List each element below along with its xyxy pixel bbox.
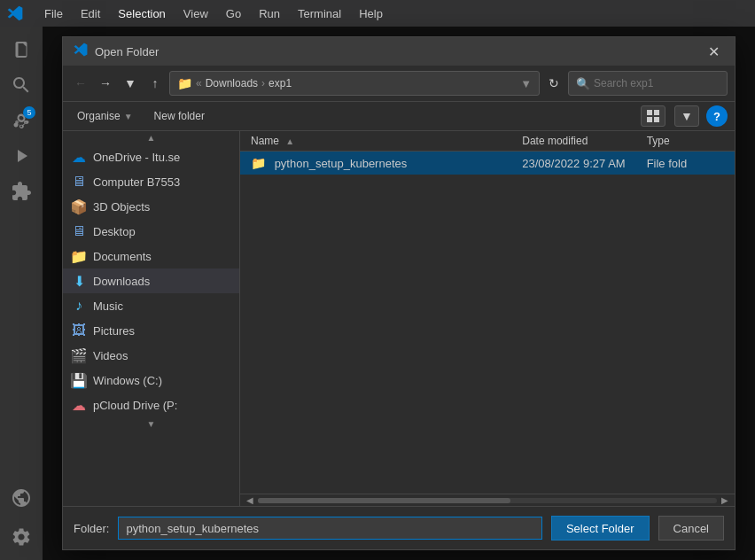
organise-label: Organise xyxy=(77,110,121,122)
dialog-overlay: Open Folder ✕ ← → ▼ ↑ 📁 « Downloads › ex… xyxy=(43,27,755,560)
menu-bar: File Edit Selection View Go Run Terminal… xyxy=(37,5,390,22)
file-list-container: Name ▲ Date modified Type xyxy=(240,131,735,494)
sidebar-label-onedrive: OneDrive - Itu.se xyxy=(93,151,180,164)
nav-forward-button[interactable]: → xyxy=(95,73,116,94)
downloads-icon: ⬇ xyxy=(70,273,88,290)
select-folder-button[interactable]: Select Folder xyxy=(551,516,650,541)
menu-edit[interactable]: Edit xyxy=(74,5,107,22)
nav-dropdown-button[interactable]: ▼ xyxy=(120,73,141,94)
svg-rect-0 xyxy=(647,110,652,115)
sidebar-label-computer: Computer B7553 xyxy=(93,175,180,189)
sidebar-item-downloads[interactable]: ⬇ Downloads xyxy=(63,268,239,293)
sidebar-label-pictures: Pictures xyxy=(93,324,135,338)
file-browser: ▲ ☁ OneDrive - Itu.se 🖥 Computer B7553 📦… xyxy=(63,131,735,506)
sidebar-item-3d-objects[interactable]: 📦 3D Objects xyxy=(63,194,239,219)
source-control-badge: 5 xyxy=(23,106,35,119)
col-header-type[interactable]: Type xyxy=(636,131,735,152)
sidebar-label-windows-c: Windows (C:) xyxy=(93,374,162,387)
breadcrumb-exp1: exp1 xyxy=(269,77,292,89)
sidebar-item-desktop[interactable]: 🖥 Desktop xyxy=(63,219,239,244)
file-name: python_setup_kubernetes xyxy=(275,157,408,170)
sidebar-item-pcloud[interactable]: ☁ pCloud Drive (P: xyxy=(63,393,239,417)
file-table: Name ▲ Date modified Type xyxy=(240,131,735,175)
sidebar-item-music[interactable]: ♪ Music xyxy=(63,293,239,318)
organise-button[interactable]: Organise ▼ xyxy=(70,107,140,125)
search-input[interactable] xyxy=(594,77,718,89)
view-toggle-button[interactable] xyxy=(641,105,665,127)
search-icon: 🔍 xyxy=(576,77,590,90)
dialog-vscode-icon xyxy=(74,43,88,60)
nav-refresh-button[interactable]: ↻ xyxy=(543,73,564,94)
folder-input[interactable] xyxy=(118,517,541,540)
navigation-bar: ← → ▼ ↑ 📁 « Downloads › exp1 ▼ ↻ 🔍 xyxy=(63,66,735,102)
sidebar-item-windows-c[interactable]: 💾 Windows (C:) xyxy=(63,368,239,393)
menu-selection[interactable]: Selection xyxy=(111,5,172,22)
sidebar-scroll-down[interactable]: ▼ xyxy=(63,417,239,431)
activity-search[interactable] xyxy=(5,69,37,101)
pictures-icon: 🖼 xyxy=(70,323,88,338)
sidebar-item-computer[interactable]: 🖥 Computer B7553 xyxy=(63,169,239,194)
activity-bar: 5 xyxy=(0,27,43,560)
view-dropdown-button[interactable]: ▼ xyxy=(674,105,699,127)
sidebar-label-downloads: Downloads xyxy=(93,275,150,288)
breadcrumb-bar[interactable]: 📁 « Downloads › exp1 ▼ xyxy=(169,71,540,96)
nav-up-button[interactable]: ↑ xyxy=(144,73,166,94)
activity-settings[interactable] xyxy=(5,521,37,553)
3d-objects-icon: 📦 xyxy=(70,198,88,215)
sidebar-item-pictures[interactable]: 🖼 Pictures xyxy=(63,318,239,343)
activity-source-control[interactable]: 5 xyxy=(5,105,37,136)
activity-run[interactable] xyxy=(5,140,37,172)
menu-view[interactable]: View xyxy=(176,5,215,22)
activity-explorer[interactable] xyxy=(5,34,37,66)
menu-file[interactable]: File xyxy=(37,5,70,22)
sidebar-label-videos: Videos xyxy=(93,349,128,362)
hscroll-track[interactable] xyxy=(258,498,717,503)
vscode-logo-icon xyxy=(7,5,23,21)
col-header-name[interactable]: Name ▲ xyxy=(240,131,511,152)
documents-icon: 📁 xyxy=(70,248,88,265)
menu-help[interactable]: Help xyxy=(352,5,390,22)
dialog-title-left: Open Folder xyxy=(74,43,159,60)
sidebar-item-videos[interactable]: 🎬 Videos xyxy=(63,343,239,368)
hscroll-thumb xyxy=(258,498,510,503)
breadcrumb-separator-1: « xyxy=(196,77,202,89)
cancel-button[interactable]: Cancel xyxy=(658,516,724,541)
activity-extensions[interactable] xyxy=(5,175,37,207)
music-icon: ♪ xyxy=(70,298,88,314)
breadcrumb-expand-icon[interactable]: ▼ xyxy=(520,77,532,90)
sidebar-item-documents[interactable]: 📁 Documents xyxy=(63,244,239,268)
folder-label: Folder: xyxy=(74,522,109,535)
menu-run[interactable]: Run xyxy=(252,5,287,22)
dialog-footer: Folder: Select Folder Cancel xyxy=(63,506,735,549)
help-button[interactable]: ? xyxy=(706,105,728,127)
open-folder-dialog: Open Folder ✕ ← → ▼ ↑ 📁 « Downloads › ex… xyxy=(62,36,736,550)
hscroll-right-button[interactable]: ▶ xyxy=(719,495,731,506)
nav-back-button[interactable]: ← xyxy=(70,73,91,94)
menu-terminal[interactable]: Terminal xyxy=(291,5,348,22)
sidebar-label-desktop: Desktop xyxy=(93,225,136,238)
hscroll-left-button[interactable]: ◀ xyxy=(244,495,256,506)
activity-remote[interactable] xyxy=(5,482,37,514)
breadcrumb-downloads: Downloads xyxy=(206,77,258,89)
sidebar-label-documents: Documents xyxy=(93,250,152,263)
col-header-date[interactable]: Date modified xyxy=(511,131,635,152)
dialog-titlebar: Open Folder ✕ xyxy=(63,37,735,66)
computer-icon: 🖥 xyxy=(70,174,88,190)
titlebar: File Edit Selection View Go Run Terminal… xyxy=(0,0,755,27)
dialog-close-button[interactable]: ✕ xyxy=(703,41,724,62)
sidebar-item-onedrive[interactable]: ☁ OneDrive - Itu.se xyxy=(63,144,239,169)
new-folder-label: New folder xyxy=(154,110,205,122)
table-row[interactable]: 📁 python_setup_kubernetes 23/08/2022 9:2… xyxy=(240,152,735,175)
sidebar: ▲ ☁ OneDrive - Itu.se 🖥 Computer B7553 📦… xyxy=(63,131,240,506)
onedrive-icon: ☁ xyxy=(70,149,88,166)
menu-go[interactable]: Go xyxy=(219,5,248,22)
pcloud-icon: ☁ xyxy=(70,397,88,414)
svg-rect-1 xyxy=(654,110,659,115)
sidebar-label-pcloud: pCloud Drive (P: xyxy=(93,399,177,412)
new-folder-button[interactable]: New folder xyxy=(147,107,212,125)
file-name-cell: 📁 python_setup_kubernetes xyxy=(240,152,511,175)
breadcrumb-folder-icon: 📁 xyxy=(177,76,192,90)
organise-dropdown-icon: ▼ xyxy=(124,112,133,121)
windows-c-icon: 💾 xyxy=(70,372,88,389)
sidebar-scroll-up[interactable]: ▲ xyxy=(63,131,239,144)
